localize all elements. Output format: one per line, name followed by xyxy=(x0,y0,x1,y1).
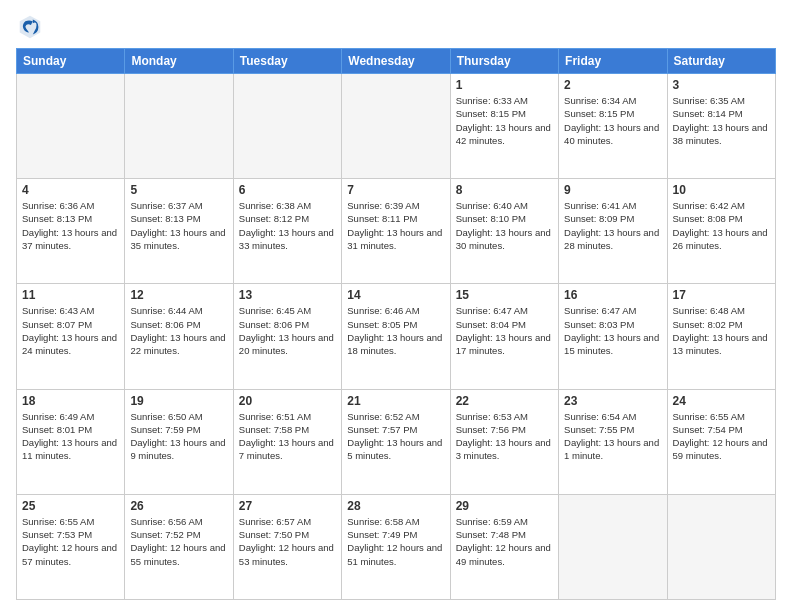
day-number: 6 xyxy=(239,183,336,197)
day-info: Sunrise: 6:40 AM Sunset: 8:10 PM Dayligh… xyxy=(456,199,553,252)
day-info: Sunrise: 6:38 AM Sunset: 8:12 PM Dayligh… xyxy=(239,199,336,252)
day-number: 11 xyxy=(22,288,119,302)
day-info: Sunrise: 6:56 AM Sunset: 7:52 PM Dayligh… xyxy=(130,515,227,568)
week-row-3: 11Sunrise: 6:43 AM Sunset: 8:07 PM Dayli… xyxy=(17,284,776,389)
day-info: Sunrise: 6:53 AM Sunset: 7:56 PM Dayligh… xyxy=(456,410,553,463)
day-number: 15 xyxy=(456,288,553,302)
day-cell xyxy=(17,74,125,179)
logo-icon xyxy=(16,12,44,40)
day-info: Sunrise: 6:49 AM Sunset: 8:01 PM Dayligh… xyxy=(22,410,119,463)
day-header-monday: Monday xyxy=(125,49,233,74)
day-header-wednesday: Wednesday xyxy=(342,49,450,74)
header xyxy=(16,12,776,40)
day-header-tuesday: Tuesday xyxy=(233,49,341,74)
day-number: 7 xyxy=(347,183,444,197)
day-number: 4 xyxy=(22,183,119,197)
day-header-sunday: Sunday xyxy=(17,49,125,74)
day-cell: 10Sunrise: 6:42 AM Sunset: 8:08 PM Dayli… xyxy=(667,179,775,284)
day-cell: 6Sunrise: 6:38 AM Sunset: 8:12 PM Daylig… xyxy=(233,179,341,284)
day-info: Sunrise: 6:50 AM Sunset: 7:59 PM Dayligh… xyxy=(130,410,227,463)
day-number: 13 xyxy=(239,288,336,302)
day-cell xyxy=(342,74,450,179)
day-info: Sunrise: 6:55 AM Sunset: 7:54 PM Dayligh… xyxy=(673,410,770,463)
day-cell: 20Sunrise: 6:51 AM Sunset: 7:58 PM Dayli… xyxy=(233,389,341,494)
day-cell: 9Sunrise: 6:41 AM Sunset: 8:09 PM Daylig… xyxy=(559,179,667,284)
day-number: 24 xyxy=(673,394,770,408)
day-number: 25 xyxy=(22,499,119,513)
day-info: Sunrise: 6:52 AM Sunset: 7:57 PM Dayligh… xyxy=(347,410,444,463)
day-cell: 29Sunrise: 6:59 AM Sunset: 7:48 PM Dayli… xyxy=(450,494,558,599)
day-info: Sunrise: 6:39 AM Sunset: 8:11 PM Dayligh… xyxy=(347,199,444,252)
week-row-5: 25Sunrise: 6:55 AM Sunset: 7:53 PM Dayli… xyxy=(17,494,776,599)
day-number: 26 xyxy=(130,499,227,513)
day-cell: 1Sunrise: 6:33 AM Sunset: 8:15 PM Daylig… xyxy=(450,74,558,179)
day-info: Sunrise: 6:35 AM Sunset: 8:14 PM Dayligh… xyxy=(673,94,770,147)
day-info: Sunrise: 6:57 AM Sunset: 7:50 PM Dayligh… xyxy=(239,515,336,568)
day-number: 10 xyxy=(673,183,770,197)
day-info: Sunrise: 6:44 AM Sunset: 8:06 PM Dayligh… xyxy=(130,304,227,357)
day-number: 5 xyxy=(130,183,227,197)
day-header-thursday: Thursday xyxy=(450,49,558,74)
day-number: 22 xyxy=(456,394,553,408)
day-number: 9 xyxy=(564,183,661,197)
week-row-4: 18Sunrise: 6:49 AM Sunset: 8:01 PM Dayli… xyxy=(17,389,776,494)
day-number: 14 xyxy=(347,288,444,302)
day-cell: 5Sunrise: 6:37 AM Sunset: 8:13 PM Daylig… xyxy=(125,179,233,284)
week-row-1: 1Sunrise: 6:33 AM Sunset: 8:15 PM Daylig… xyxy=(17,74,776,179)
day-cell: 23Sunrise: 6:54 AM Sunset: 7:55 PM Dayli… xyxy=(559,389,667,494)
day-info: Sunrise: 6:47 AM Sunset: 8:03 PM Dayligh… xyxy=(564,304,661,357)
day-info: Sunrise: 6:42 AM Sunset: 8:08 PM Dayligh… xyxy=(673,199,770,252)
day-number: 21 xyxy=(347,394,444,408)
day-cell: 25Sunrise: 6:55 AM Sunset: 7:53 PM Dayli… xyxy=(17,494,125,599)
day-cell xyxy=(233,74,341,179)
day-info: Sunrise: 6:43 AM Sunset: 8:07 PM Dayligh… xyxy=(22,304,119,357)
calendar-header-row: SundayMondayTuesdayWednesdayThursdayFrid… xyxy=(17,49,776,74)
day-header-friday: Friday xyxy=(559,49,667,74)
day-cell: 28Sunrise: 6:58 AM Sunset: 7:49 PM Dayli… xyxy=(342,494,450,599)
day-cell: 2Sunrise: 6:34 AM Sunset: 8:15 PM Daylig… xyxy=(559,74,667,179)
day-cell: 13Sunrise: 6:45 AM Sunset: 8:06 PM Dayli… xyxy=(233,284,341,389)
day-cell: 21Sunrise: 6:52 AM Sunset: 7:57 PM Dayli… xyxy=(342,389,450,494)
day-info: Sunrise: 6:54 AM Sunset: 7:55 PM Dayligh… xyxy=(564,410,661,463)
day-info: Sunrise: 6:47 AM Sunset: 8:04 PM Dayligh… xyxy=(456,304,553,357)
page: SundayMondayTuesdayWednesdayThursdayFrid… xyxy=(0,0,792,612)
day-number: 1 xyxy=(456,78,553,92)
day-info: Sunrise: 6:51 AM Sunset: 7:58 PM Dayligh… xyxy=(239,410,336,463)
day-cell: 26Sunrise: 6:56 AM Sunset: 7:52 PM Dayli… xyxy=(125,494,233,599)
day-number: 16 xyxy=(564,288,661,302)
day-info: Sunrise: 6:58 AM Sunset: 7:49 PM Dayligh… xyxy=(347,515,444,568)
day-number: 3 xyxy=(673,78,770,92)
day-header-saturday: Saturday xyxy=(667,49,775,74)
day-cell: 17Sunrise: 6:48 AM Sunset: 8:02 PM Dayli… xyxy=(667,284,775,389)
day-cell: 27Sunrise: 6:57 AM Sunset: 7:50 PM Dayli… xyxy=(233,494,341,599)
day-number: 29 xyxy=(456,499,553,513)
day-cell: 18Sunrise: 6:49 AM Sunset: 8:01 PM Dayli… xyxy=(17,389,125,494)
day-cell xyxy=(559,494,667,599)
day-info: Sunrise: 6:36 AM Sunset: 8:13 PM Dayligh… xyxy=(22,199,119,252)
day-cell: 19Sunrise: 6:50 AM Sunset: 7:59 PM Dayli… xyxy=(125,389,233,494)
day-info: Sunrise: 6:48 AM Sunset: 8:02 PM Dayligh… xyxy=(673,304,770,357)
day-cell: 7Sunrise: 6:39 AM Sunset: 8:11 PM Daylig… xyxy=(342,179,450,284)
day-info: Sunrise: 6:34 AM Sunset: 8:15 PM Dayligh… xyxy=(564,94,661,147)
day-number: 8 xyxy=(456,183,553,197)
day-number: 28 xyxy=(347,499,444,513)
day-number: 2 xyxy=(564,78,661,92)
day-number: 18 xyxy=(22,394,119,408)
day-cell: 8Sunrise: 6:40 AM Sunset: 8:10 PM Daylig… xyxy=(450,179,558,284)
day-number: 17 xyxy=(673,288,770,302)
day-number: 12 xyxy=(130,288,227,302)
day-cell: 22Sunrise: 6:53 AM Sunset: 7:56 PM Dayli… xyxy=(450,389,558,494)
day-cell: 24Sunrise: 6:55 AM Sunset: 7:54 PM Dayli… xyxy=(667,389,775,494)
day-info: Sunrise: 6:33 AM Sunset: 8:15 PM Dayligh… xyxy=(456,94,553,147)
day-info: Sunrise: 6:45 AM Sunset: 8:06 PM Dayligh… xyxy=(239,304,336,357)
day-cell: 3Sunrise: 6:35 AM Sunset: 8:14 PM Daylig… xyxy=(667,74,775,179)
week-row-2: 4Sunrise: 6:36 AM Sunset: 8:13 PM Daylig… xyxy=(17,179,776,284)
day-info: Sunrise: 6:37 AM Sunset: 8:13 PM Dayligh… xyxy=(130,199,227,252)
day-info: Sunrise: 6:59 AM Sunset: 7:48 PM Dayligh… xyxy=(456,515,553,568)
day-number: 23 xyxy=(564,394,661,408)
day-cell: 12Sunrise: 6:44 AM Sunset: 8:06 PM Dayli… xyxy=(125,284,233,389)
day-cell: 15Sunrise: 6:47 AM Sunset: 8:04 PM Dayli… xyxy=(450,284,558,389)
day-number: 27 xyxy=(239,499,336,513)
day-cell xyxy=(125,74,233,179)
day-info: Sunrise: 6:41 AM Sunset: 8:09 PM Dayligh… xyxy=(564,199,661,252)
